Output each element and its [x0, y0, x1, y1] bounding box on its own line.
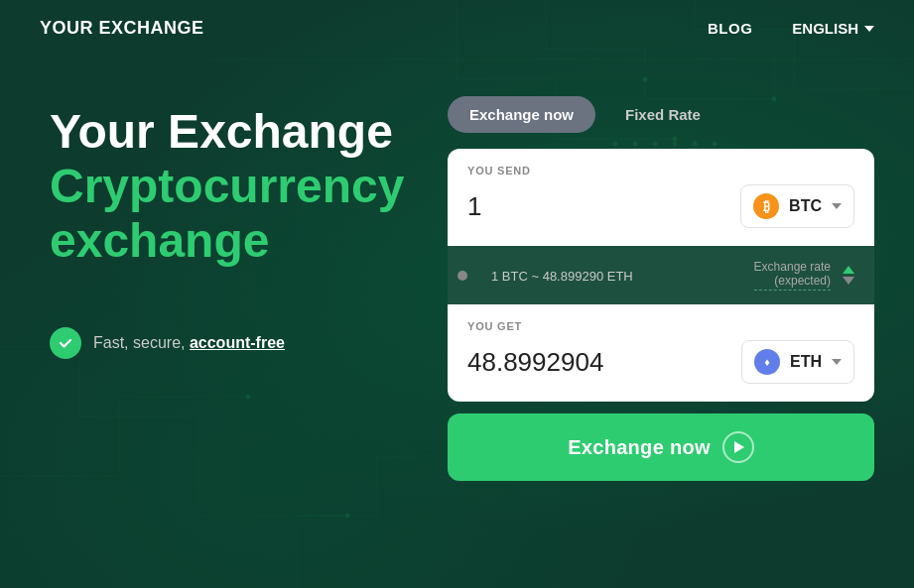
send-amount-input[interactable] [467, 191, 646, 222]
eth-icon: ♦ [754, 349, 780, 375]
swap-up-arrow [843, 266, 854, 274]
send-label: YOU SEND [467, 165, 854, 176]
get-section: YOU GET 48.8992904 ♦ ETH [448, 304, 874, 402]
arrow-right-shape [734, 441, 744, 453]
swap-down-arrow [843, 277, 854, 285]
send-currency-chevron-icon [832, 203, 842, 209]
get-currency-name: ETH [790, 353, 822, 371]
logo: YOUR EXCHANGE [40, 18, 204, 39]
language-label: ENGLISH [792, 20, 858, 37]
rate-text: 1 BTC ~ 48.899290 ETH [491, 269, 633, 284]
rate-badge-dot [457, 271, 467, 281]
tab-exchange-now[interactable]: Exchange now [448, 96, 595, 133]
exchange-rate-label: Exchange rate(expected) [754, 260, 831, 291]
send-currency-name: BTC [789, 197, 822, 215]
btc-icon: ₿ [753, 193, 779, 219]
tab-fixed-rate[interactable]: Fixed Rate [603, 96, 722, 133]
rate-section: 1 BTC ~ 48.899290 ETH Exchange rate(expe… [448, 246, 874, 304]
blog-link[interactable]: BLOG [708, 20, 752, 37]
tagline-text: Fast, secure, account-free [93, 334, 285, 352]
get-currency-chevron-icon [832, 359, 842, 365]
language-selector[interactable]: ENGLISH [792, 20, 874, 37]
exchange-btn-label: Exchange now [568, 436, 711, 459]
tab-bar: Exchange now Fixed Rate [448, 96, 874, 133]
exchange-now-button[interactable]: Exchange now [448, 413, 874, 481]
check-icon [50, 327, 81, 359]
get-currency-selector[interactable]: ♦ ETH [741, 340, 854, 384]
get-label: YOU GET [467, 320, 854, 332]
svg-point-6 [345, 514, 350, 519]
headline: Your Exchange Cryptocurrency exchange [50, 106, 408, 268]
send-currency-selector[interactable]: ₿ BTC [740, 184, 854, 228]
swap-icon[interactable] [843, 266, 854, 285]
exchange-card: YOU SEND ₿ BTC 1 BTC ~ 48.899290 ETH [448, 149, 874, 402]
chevron-down-icon [864, 26, 874, 32]
get-amount: 48.8992904 [467, 347, 646, 378]
send-section: YOU SEND ₿ BTC [448, 149, 874, 246]
hero-section: Your Exchange Cryptocurrency exchange Fa… [50, 96, 408, 359]
arrow-right-icon [722, 431, 754, 463]
exchange-widget: Exchange now Fixed Rate YOU SEND ₿ BTC [448, 96, 874, 481]
